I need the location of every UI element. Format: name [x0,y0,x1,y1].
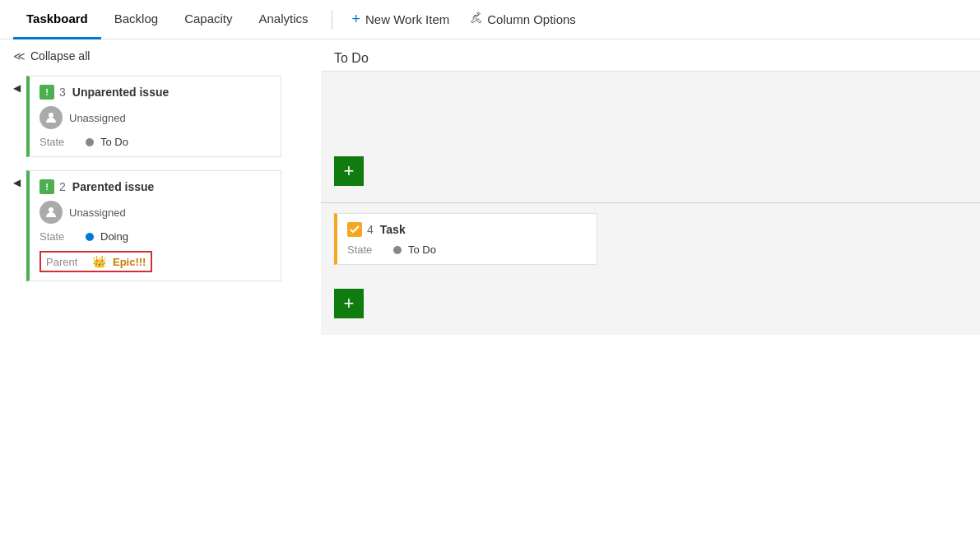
card-2-assignee: Unassigned [69,206,126,219]
nav-bar: Taskboard Backlog Capacity Analytics + N… [0,0,980,39]
collapse-all-button[interactable]: ≪ Collapse all [13,49,308,63]
card-1-id: 3 [59,86,66,99]
column-todo-header: To Do [321,39,980,72]
nav-divider [332,10,332,30]
task-state-value: To Do [408,243,436,256]
crown-icon: 👑 [92,255,106,268]
parent-label: Parent [46,256,86,268]
card-2-state-label: State [39,230,79,243]
task-state-label: State [347,243,387,256]
add-task-row2-button[interactable]: + [334,289,364,318]
card-1-state-field: State To Do [39,136,271,148]
svg-point-0 [49,113,53,118]
wrench-icon [469,12,482,28]
task-card-1-title[interactable]: Task [380,223,406,236]
card-2-title[interactable]: Parented issue [72,180,155,193]
card-1-title[interactable]: Unparented issue [72,86,169,99]
work-item-card-2: ! 2 Parented issue Unassigned State [26,170,281,281]
issue-icon-2: ! [39,179,54,194]
add-task-row1-button[interactable]: + [334,156,364,186]
nav-tabs: Taskboard Backlog Capacity Analytics [13,0,322,39]
issue-icon-1: ! [39,85,54,100]
task-card-1: 4 Task State To Do [334,213,597,265]
card-2-id: 2 [59,180,66,193]
row-2-arrow[interactable]: ◀ [13,177,26,188]
card-2-state-field: State Doing [39,230,271,243]
todo-column-label: To Do [334,51,369,65]
task-card-1-header: 4 Task [347,222,587,237]
avatar-1 [39,106,63,129]
task-icon-1 [347,222,362,237]
row-2: ◀ ! 2 Parented issue Una [13,170,308,281]
tab-analytics[interactable]: Analytics [245,0,321,39]
left-panel: ≪ Collapse all ◀ ! 3 Unparented issue [0,39,321,538]
card-1-assignee-row: Unassigned [39,106,271,129]
column-options-label: Column Options [487,12,576,26]
column-options-button[interactable]: Column Options [459,5,586,35]
collapse-all-icon: ≪ [13,49,26,63]
task-state-dot [393,246,402,254]
row-1-arrow[interactable]: ◀ [13,82,26,94]
card-2-state-value: Doing [100,230,128,243]
task-card-1-state-field: State To Do [347,243,587,256]
state-dot-1 [86,138,94,146]
card-1-state-value: To Do [100,136,128,148]
card-1-header: ! 3 Unparented issue [39,85,271,100]
tab-capacity[interactable]: Capacity [171,0,245,39]
row-2-todo-area: 4 Task State To Do + [321,203,980,335]
right-panel: To Do + 4 Task State [321,39,980,538]
collapse-all-label: Collapse all [30,49,90,63]
row-1: ◀ ! 3 Unparented issue U [13,76,308,157]
state-dot-2 [86,233,94,241]
new-work-item-label: New Work Item [365,12,449,26]
plus-icon: + [352,11,361,28]
work-item-card-1: ! 3 Unparented issue Unassigned Sta [26,76,281,157]
card-2-parent-field: Parent 👑 Epic!!! [39,248,271,272]
new-work-item-button[interactable]: + New Work Item [342,4,460,35]
parent-value[interactable]: Epic!!! [113,256,146,268]
card-2-header: ! 2 Parented issue [39,179,271,194]
card-1-state-label: State [39,136,79,148]
parent-field-row: Parent 👑 Epic!!! [39,251,152,272]
svg-point-1 [49,207,53,212]
row-1-todo-area: + [321,72,980,203]
task-card-1-id: 4 [367,223,374,236]
card-2-assignee-row: Unassigned [39,201,271,224]
card-1-assignee: Unassigned [69,112,126,124]
tab-backlog[interactable]: Backlog [101,0,171,39]
main-content: ≪ Collapse all ◀ ! 3 Unparented issue [0,39,980,538]
avatar-2 [39,201,63,224]
tab-taskboard[interactable]: Taskboard [13,0,101,39]
